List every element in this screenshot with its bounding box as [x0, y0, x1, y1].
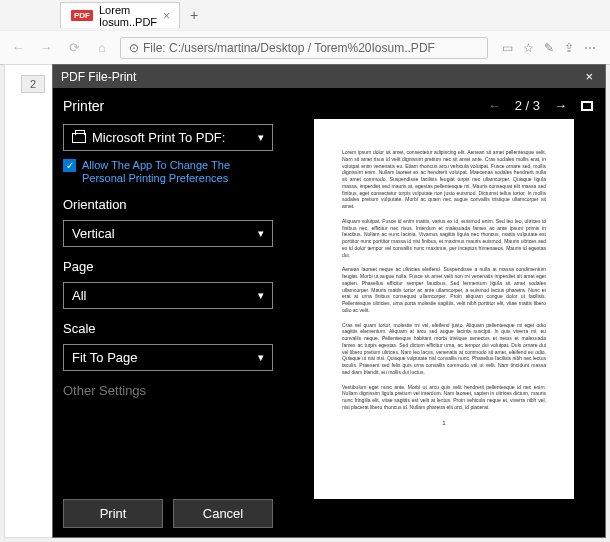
preview-paragraph: Lorem ipsum dolor sit amet, consectetur … [342, 149, 546, 210]
forward-button[interactable]: → [36, 40, 56, 55]
settings-panel: Printer Microsoft Print To PDF: ▾ ✓ Allo… [53, 88, 283, 538]
toolbar-icons: ▭ ☆ ✎ ⇪ ⋯ [496, 41, 602, 55]
preview-toolbar: ← 2 / 3 → [289, 94, 599, 117]
favorite-icon[interactable]: ☆ [523, 41, 534, 55]
pdf-file-icon: PDF [71, 10, 93, 21]
dialog-titlebar: PDF File-Print × [53, 65, 605, 88]
chevron-down-icon: ▾ [258, 289, 264, 302]
share-icon[interactable]: ⇪ [564, 41, 574, 55]
url-text: File: C:/users/martina/Desktop / Torem%2… [143, 41, 435, 55]
printer-selected: Microsoft Print To PDF: [92, 130, 225, 145]
scale-dropdown[interactable]: Fit To Page ▾ [63, 344, 273, 371]
new-tab-button[interactable]: + [180, 7, 208, 23]
chevron-down-icon: ▾ [258, 131, 264, 144]
tab-bar: PDF Lorem Iosum..PDF × + [0, 0, 610, 30]
page-selected: All [72, 288, 86, 303]
printer-dropdown[interactable]: Microsoft Print To PDF: ▾ [63, 124, 273, 151]
bg-page-number: 2 [21, 75, 45, 93]
printer-icon [72, 133, 86, 143]
dialog-actions: Print Cancel [63, 499, 273, 528]
page-preview: Lorem ipsum dolor sit amet, consectetur … [314, 119, 574, 499]
home-button[interactable]: ⌂ [92, 40, 112, 55]
scale-label: Scale [63, 321, 273, 336]
dialog-title: PDF File-Print [61, 70, 136, 84]
printer-label: Printer [63, 98, 273, 114]
preview-panel: ← 2 / 3 → Lorem ipsum dolor sit amet, co… [283, 88, 605, 538]
cancel-button[interactable]: Cancel [173, 499, 273, 528]
preview-paragraph: Aenean laoreet neque ac ultricies eleife… [342, 266, 546, 313]
more-icon[interactable]: ⋯ [584, 41, 596, 55]
preview-paragraph: Aliquam volutpat. Fusce id enim mattis, … [342, 218, 546, 259]
reading-mode-icon[interactable]: ▭ [502, 41, 513, 55]
preview-page-number: 1 [342, 419, 546, 427]
scale-selected: Fit To Page [72, 350, 138, 365]
chevron-down-icon: ▾ [258, 227, 264, 240]
page-dropdown[interactable]: All ▾ [63, 282, 273, 309]
address-bar: ← → ⟳ ⌂ ⊙ File: C:/users/martina/Desktop… [0, 30, 610, 64]
checkbox-icon[interactable]: ✓ [63, 159, 76, 172]
orientation-dropdown[interactable]: Vertical ▾ [63, 220, 273, 247]
tab-close-icon[interactable]: × [163, 9, 170, 23]
permission-checkbox-row[interactable]: ✓ Allow The App To Change The Personal P… [63, 159, 273, 185]
file-icon: ⊙ [129, 41, 139, 55]
orientation-selected: Vertical [72, 226, 115, 241]
print-button[interactable]: Print [63, 499, 163, 528]
page-position: 2 / 3 [515, 98, 540, 113]
dialog-close-button[interactable]: × [581, 69, 597, 84]
prev-page-button: ← [488, 98, 501, 113]
print-dialog: PDF File-Print × Printer Microsoft Print… [52, 64, 606, 538]
tab-title: Lorem Iosum..PDF [99, 4, 157, 28]
other-settings-link[interactable]: Other Settings [63, 383, 273, 398]
preview-paragraph: Cras vel quam tortor, molestie mi vel, e… [342, 322, 546, 376]
chevron-down-icon: ▾ [258, 351, 264, 364]
refresh-button[interactable]: ⟳ [64, 40, 84, 55]
preview-area: Lorem ipsum dolor sit amet, consectetur … [289, 117, 599, 532]
preview-paragraph: Vestibulum eget nunc ante. Morbi ut arcu… [342, 384, 546, 411]
page-label: Page [63, 259, 273, 274]
permission-label: Allow The App To Change The Personal Pri… [82, 159, 273, 185]
url-input[interactable]: ⊙ File: C:/users/martina/Desktop / Torem… [120, 37, 488, 59]
back-button[interactable]: ← [8, 40, 28, 55]
notes-icon[interactable]: ✎ [544, 41, 554, 55]
browser-tab[interactable]: PDF Lorem Iosum..PDF × [60, 2, 180, 28]
next-page-button[interactable]: → [554, 98, 567, 113]
orientation-label: Orientation [63, 197, 273, 212]
fullscreen-icon[interactable] [581, 101, 593, 111]
browser-chrome: PDF Lorem Iosum..PDF × + ← → ⟳ ⌂ ⊙ File:… [0, 0, 610, 65]
